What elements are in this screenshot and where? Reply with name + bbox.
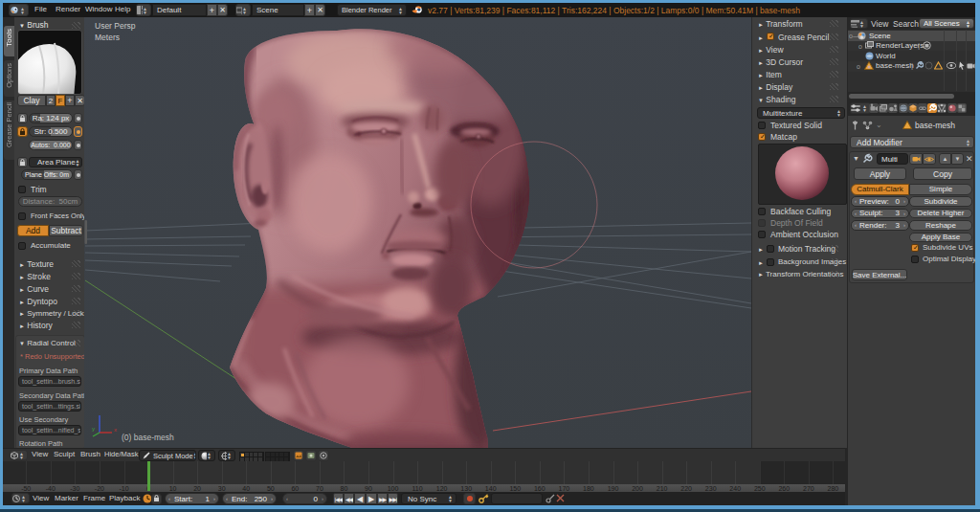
svg-text:User Persp: User Persp bbox=[95, 21, 136, 31]
svg-text:(0) base-mesh: (0) base-mesh bbox=[122, 433, 174, 442]
svg-text:y: y bbox=[92, 426, 95, 432]
svg-text:Meters: Meters bbox=[95, 33, 120, 42]
svg-text:x: x bbox=[114, 427, 117, 433]
